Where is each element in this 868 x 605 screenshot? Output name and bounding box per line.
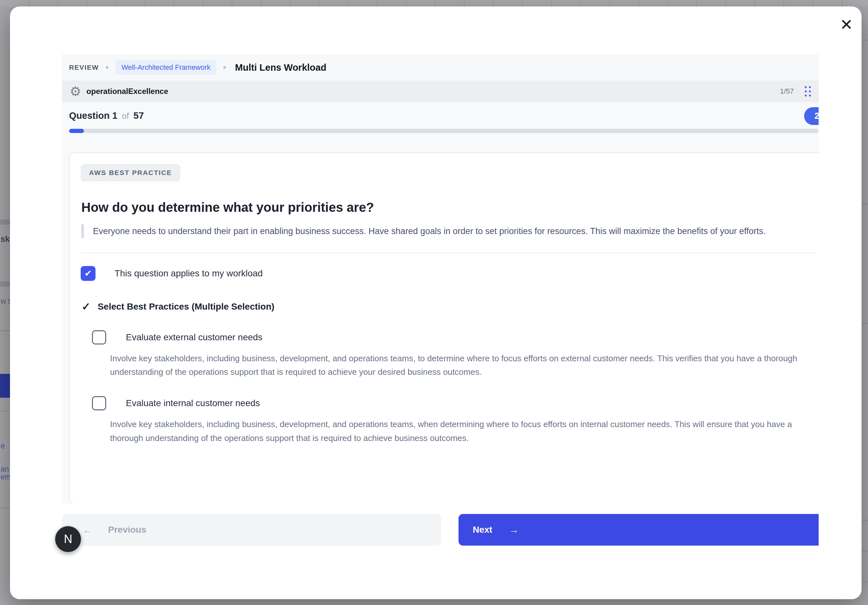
previous-button[interactable]: ← Previous — [62, 514, 441, 546]
best-practice-option: Evaluate external customer needs Involve… — [81, 330, 817, 379]
option-checkbox-unchecked[interactable] — [92, 396, 106, 410]
next-button-label: Next — [473, 524, 492, 535]
best-practice-option: Evaluate internal customer needs Involve… — [81, 396, 817, 445]
background-page-right-strip — [862, 6, 868, 605]
question-total-label: 57 — [133, 110, 144, 121]
review-modal: ✕ REVIEW Well-Architected Framework Mult… — [10, 6, 862, 599]
option-label: Evaluate internal customer needs — [126, 398, 260, 408]
option-description: Involve key stakeholders, including busi… — [110, 352, 798, 379]
option-description: Involve key stakeholders, including busi… — [110, 417, 798, 445]
background-page-left-strip: sk w to e an eme — [0, 6, 10, 605]
background-divider — [862, 520, 868, 521]
breadcrumb-lens-pill[interactable]: Well-Architected Framework — [116, 60, 216, 75]
best-practices-section-header: ✓ Select Best Practices (Multiple Select… — [82, 300, 817, 313]
divider — [81, 253, 816, 253]
question-card: AWS BEST PRACTICE How do you determine w… — [69, 152, 818, 504]
background-selected-item — [0, 374, 10, 398]
breadcrumb-separator-dot — [106, 66, 108, 69]
background-link-fragment: e — [1, 442, 5, 450]
background-page-bottom-strip — [0, 599, 868, 605]
right-arrow-icon: → — [509, 524, 519, 535]
check-icon: ✓ — [82, 300, 91, 313]
gear-icon: ⚙ — [70, 85, 81, 98]
pillar-name: operationalExcellence — [87, 87, 168, 96]
progress-percent-badge: 2% — [804, 107, 818, 125]
option-label: Evaluate external customer needs — [126, 332, 262, 343]
breadcrumb-separator-dot — [223, 66, 226, 69]
option-checkbox-row[interactable]: Evaluate internal customer needs — [92, 396, 817, 410]
question-number-label: Question 1 — [69, 110, 118, 121]
background-row-band — [0, 282, 10, 287]
question-of-label: of — [122, 111, 129, 121]
background-row-band — [0, 220, 10, 225]
question-description: Everyone needs to understand their part … — [81, 224, 804, 238]
background-divider — [862, 40, 868, 41]
next-button[interactable]: Next → — [459, 514, 818, 546]
best-practice-badge: AWS BEST PRACTICE — [81, 164, 180, 182]
user-avatar[interactable]: N — [55, 526, 81, 552]
workload-title: Multi Lens Workload — [235, 62, 326, 73]
progress-fill — [69, 129, 84, 133]
option-checkbox-unchecked[interactable] — [92, 330, 106, 344]
background-text-fragment: sk — [1, 234, 10, 244]
close-icon[interactable]: ✕ — [836, 14, 857, 35]
background-divider — [862, 551, 868, 551]
applies-checkbox-row[interactable]: ✔ This question applies to my workload — [81, 266, 817, 281]
pillar-bar: ⚙ operationalExcellence 1/57 — [62, 81, 818, 102]
applies-checkbox-label: This question applies to my workload — [115, 268, 263, 279]
background-text-fragment: w to — [1, 297, 10, 306]
question-title: How do you determine what your prioritie… — [81, 200, 817, 215]
background-divider — [862, 203, 868, 204]
background-divider — [0, 411, 10, 412]
background-link-fragment: an — [1, 465, 9, 474]
breadcrumb: REVIEW Well-Architected Framework Multi … — [62, 54, 818, 81]
left-arrow-icon: ← — [82, 524, 93, 536]
applies-checkbox-checked[interactable]: ✔ — [81, 266, 96, 281]
background-link-fragment: eme — [1, 473, 10, 481]
modal-content: REVIEW Well-Architected Framework Multi … — [62, 6, 818, 599]
question-scroll-area: Question 1 of 57 2% AWS BEST PRACTICE Ho… — [62, 102, 818, 504]
drag-handle-dots-icon[interactable] — [805, 86, 811, 96]
breadcrumb-section: REVIEW — [69, 64, 99, 71]
question-counter: 1/57 — [780, 87, 794, 96]
background-divider — [862, 323, 868, 324]
background-divider — [862, 581, 868, 582]
progress-bar-track — [69, 129, 818, 133]
best-practices-section-title: Select Best Practices (Multiple Selectio… — [98, 301, 274, 312]
background-page-top-strip — [0, 0, 868, 6]
background-divider — [0, 507, 10, 509]
previous-button-label: Previous — [108, 524, 146, 535]
progress-header: Question 1 of 57 2% — [62, 102, 818, 121]
background-divider — [0, 330, 10, 331]
option-checkbox-row[interactable]: Evaluate external customer needs — [92, 330, 817, 344]
